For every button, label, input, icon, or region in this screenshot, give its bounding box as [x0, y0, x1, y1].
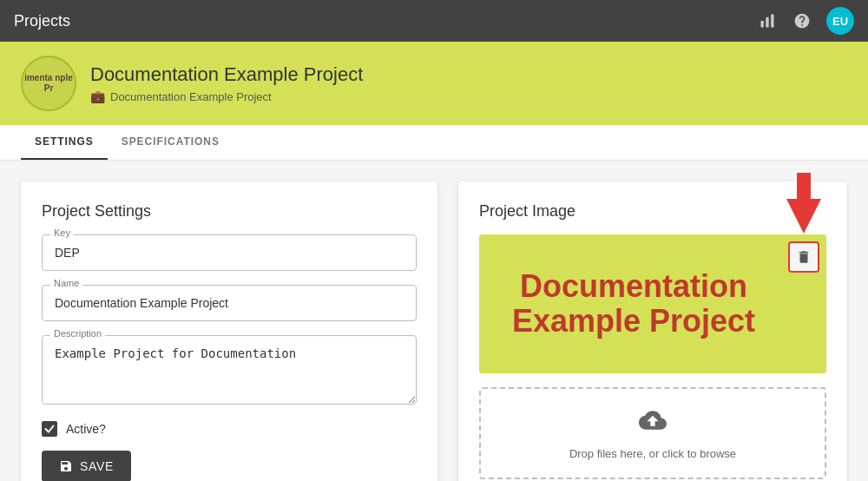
user-avatar[interactable]: EU [826, 7, 854, 35]
tab-specifications[interactable]: SPECIFICATIONS [108, 125, 233, 160]
save-label: SAVE [80, 459, 114, 473]
briefcase-icon: 💼 [90, 89, 105, 103]
description-input[interactable]: Example Project for Documentation [42, 335, 417, 405]
svg-rect-2 [771, 15, 773, 28]
drop-zone[interactable]: Drop files here, or click to browse [479, 387, 826, 479]
tab-settings[interactable]: SETTINGS [21, 125, 108, 160]
save-icon [59, 459, 73, 473]
nav-right: EU [757, 7, 854, 35]
top-nav: Projects EU [0, 0, 868, 42]
active-checkbox[interactable] [42, 421, 57, 437]
project-header-info: Documentation Example Project 💼 Document… [90, 63, 363, 103]
key-input[interactable] [42, 234, 417, 271]
key-field: Key [42, 234, 417, 271]
project-logo: imenta nple Pr [21, 56, 76, 111]
image-panel: Project Image DocumentationExample Proje… [458, 181, 847, 481]
key-field-label: Key [50, 227, 74, 238]
project-header: imenta nple Pr Documentation Example Pro… [0, 42, 868, 125]
name-input[interactable] [42, 285, 417, 321]
image-panel-title: Project Image [479, 202, 826, 221]
tabs-bar: SETTINGS SPECIFICATIONS [0, 125, 868, 161]
settings-panel-title: Project Settings [42, 202, 417, 221]
app-title: Projects [14, 12, 70, 30]
svg-rect-1 [766, 17, 768, 28]
project-logo-text: imenta nple Pr [23, 73, 75, 94]
name-field-label: Name [50, 278, 82, 288]
project-header-sub: 💼 Documentation Example Project [90, 89, 363, 103]
bar-chart-icon[interactable] [757, 10, 778, 31]
project-header-sublabel: Documentation Example Project [110, 90, 272, 103]
save-button[interactable]: SAVE [42, 451, 131, 481]
drop-zone-text: Drop files here, or click to browse [569, 447, 736, 460]
settings-panel: Project Settings Key Name Description Ex… [21, 181, 437, 481]
svg-rect-0 [761, 21, 764, 28]
active-row: Active? [42, 421, 417, 437]
description-field-label: Description [50, 328, 105, 339]
project-header-name: Documentation Example Project [90, 63, 363, 86]
main-content: Project Settings Key Name Description Ex… [0, 161, 868, 481]
delete-image-button[interactable] [788, 241, 819, 273]
help-icon[interactable] [792, 10, 812, 31]
project-image-container: DocumentationExample Project [479, 234, 826, 373]
name-field: Name [42, 285, 417, 321]
trash-icon [796, 249, 812, 265]
active-label: Active? [66, 422, 106, 436]
upload-icon [639, 406, 667, 440]
project-image-text: DocumentationExample Project [498, 269, 807, 338]
description-field: Description Example Project for Document… [42, 335, 417, 407]
